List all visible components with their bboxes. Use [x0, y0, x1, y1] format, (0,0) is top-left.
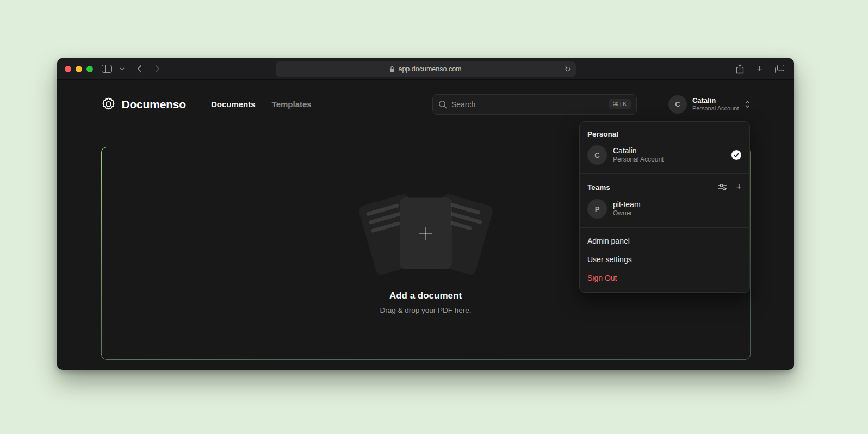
account-menu-trigger[interactable]: C Catalin Personal Account: [668, 95, 751, 114]
tab-overview-icon[interactable]: [775, 65, 784, 73]
browser-titlebar: app.documenso.com ↻ +: [57, 58, 794, 80]
document-card-front: [400, 198, 451, 269]
address-bar[interactable]: app.documenso.com ↻: [276, 61, 576, 77]
back-button[interactable]: [137, 65, 142, 73]
avatar: C: [587, 145, 607, 165]
new-tab-button[interactable]: +: [757, 64, 762, 74]
personal-account-subtitle: Personal Account: [613, 156, 664, 164]
chevron-updown-icon: [745, 100, 751, 108]
reload-button[interactable]: ↻: [565, 65, 571, 73]
personal-account-name: Catalin: [613, 146, 664, 156]
team-name: pit-team: [613, 200, 641, 209]
menu-item-admin-panel[interactable]: Admin panel: [580, 232, 749, 250]
avatar: P: [587, 199, 607, 219]
nav-documents[interactable]: Documents: [211, 100, 256, 109]
check-circle-icon: [731, 150, 742, 160]
brand-link[interactable]: Documenso: [101, 97, 186, 111]
share-icon[interactable]: [736, 64, 744, 74]
team-settings-icon[interactable]: [718, 183, 728, 191]
team-item[interactable]: P pit-team Owner: [580, 196, 749, 222]
personal-account-item[interactable]: C Catalin Personal Account: [580, 142, 749, 168]
account-name: Catalin: [692, 96, 739, 105]
brand-name: Documenso: [122, 98, 186, 111]
traffic-lights: [65, 66, 93, 72]
add-team-button[interactable]: +: [736, 182, 742, 192]
titlebar-actions: +: [736, 64, 786, 74]
sidebar-chevron-icon[interactable]: [120, 67, 125, 71]
main-nav: Documents Templates: [211, 100, 312, 109]
search-input[interactable]: Search ⌘+K: [432, 94, 637, 115]
teams-section-label: Teams: [587, 183, 610, 191]
forward-button[interactable]: [155, 65, 160, 73]
zoom-button[interactable]: [86, 66, 93, 72]
dropzone-subtitle: Drag & drop your PDF here.: [380, 306, 471, 314]
search-shortcut-badge: ⌘+K: [609, 99, 631, 109]
avatar: C: [668, 95, 687, 114]
personal-section-label: Personal: [587, 130, 618, 138]
dropzone-title: Add a document: [389, 290, 462, 301]
nav-templates[interactable]: Templates: [272, 100, 312, 109]
account-menu: Personal C Catalin Personal Account Team…: [579, 121, 750, 293]
documents-illustration: [363, 193, 488, 275]
search-placeholder: Search: [451, 100, 475, 109]
minimize-button[interactable]: [76, 66, 82, 72]
browser-window: app.documenso.com ↻ + Documen: [57, 58, 794, 370]
account-subtitle: Personal Account: [692, 105, 739, 113]
menu-item-user-settings[interactable]: User settings: [580, 250, 749, 269]
sidebar-toggle-icon[interactable]: [102, 65, 112, 73]
documenso-logo-icon: [101, 97, 116, 111]
lock-icon: [389, 66, 395, 72]
team-role: Owner: [613, 209, 641, 218]
menu-item-sign-out[interactable]: Sign Out: [580, 269, 749, 287]
url-text: app.documenso.com: [398, 65, 461, 73]
search-icon: [438, 100, 447, 109]
plus-icon: [418, 225, 434, 241]
close-button[interactable]: [65, 66, 71, 72]
